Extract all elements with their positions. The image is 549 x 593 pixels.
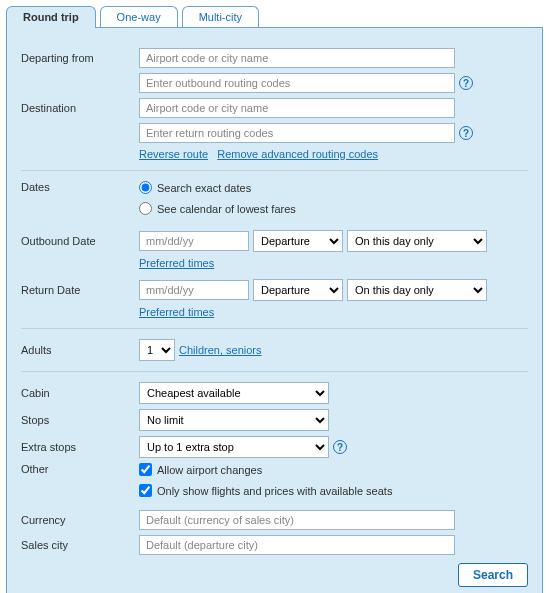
check-allow-airport-changes-label: Allow airport changes [157, 464, 262, 476]
return-flex-select[interactable]: On this day only [347, 279, 487, 301]
label-outbound-date: Outbound Date [21, 235, 139, 247]
remove-routing-link[interactable]: Remove advanced routing codes [217, 148, 378, 160]
radio-calendar-fares[interactable] [139, 202, 152, 215]
label-cabin: Cabin [21, 387, 139, 399]
help-icon[interactable]: ? [459, 126, 473, 140]
search-button[interactable]: Search [458, 563, 528, 587]
extra-stops-select[interactable]: Up to 1 extra stop [139, 436, 329, 458]
label-departing-from: Departing from [21, 52, 139, 64]
radio-calendar-fares-label: See calendar of lowest fares [157, 203, 296, 215]
reverse-route-link[interactable]: Reverse route [139, 148, 208, 160]
label-return-date: Return Date [21, 284, 139, 296]
destination-input[interactable] [139, 98, 455, 118]
outbound-departure-select[interactable]: Departure [253, 230, 343, 252]
help-icon[interactable]: ? [459, 76, 473, 90]
return-departure-select[interactable]: Departure [253, 279, 343, 301]
label-dates: Dates [21, 181, 139, 193]
outbound-flex-select[interactable]: On this day only [347, 230, 487, 252]
tab-multi-city[interactable]: Multi-city [182, 6, 259, 27]
label-sales-city: Sales city [21, 539, 139, 551]
label-destination: Destination [21, 102, 139, 114]
return-routing-input[interactable] [139, 123, 455, 143]
search-panel: Departing from ? Destination ? Reverse r… [6, 27, 543, 593]
outbound-routing-input[interactable] [139, 73, 455, 93]
sales-city-input[interactable] [139, 535, 455, 555]
label-adults: Adults [21, 344, 139, 356]
tab-strip: Round trip One-way Multi-city [6, 6, 543, 27]
label-stops: Stops [21, 414, 139, 426]
children-seniors-link[interactable]: Children, seniors [179, 344, 262, 356]
radio-exact-dates[interactable] [139, 181, 152, 194]
outbound-preferred-times-link[interactable]: Preferred times [139, 257, 214, 269]
label-other: Other [21, 463, 139, 475]
adults-select[interactable]: 1 [139, 339, 175, 361]
help-icon[interactable]: ? [333, 440, 347, 454]
check-allow-airport-changes[interactable] [139, 463, 152, 476]
check-only-available-label: Only show flights and prices with availa… [157, 485, 392, 497]
cabin-select[interactable]: Cheapest available [139, 382, 329, 404]
tab-round-trip[interactable]: Round trip [6, 6, 96, 28]
label-currency: Currency [21, 514, 139, 526]
return-date-input[interactable] [139, 280, 249, 300]
label-extra-stops: Extra stops [21, 441, 139, 453]
stops-select[interactable]: No limit [139, 409, 329, 431]
currency-input[interactable] [139, 510, 455, 530]
outbound-date-input[interactable] [139, 231, 249, 251]
return-preferred-times-link[interactable]: Preferred times [139, 306, 214, 318]
radio-exact-dates-label: Search exact dates [157, 182, 251, 194]
check-only-available[interactable] [139, 484, 152, 497]
departing-from-input[interactable] [139, 48, 455, 68]
tab-one-way[interactable]: One-way [100, 6, 178, 27]
